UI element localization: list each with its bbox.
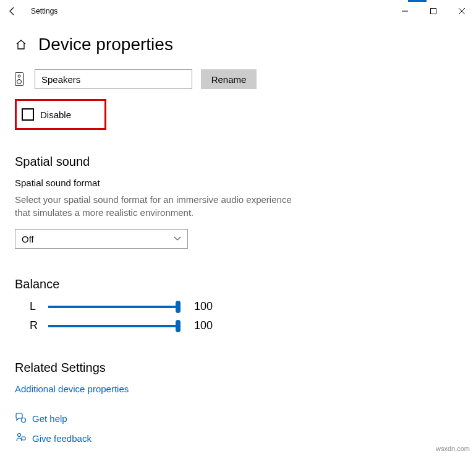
window-accent-indicator — [408, 0, 427, 2]
give-feedback-link[interactable]: Give feedback — [32, 433, 91, 444]
svg-rect-9 — [22, 437, 25, 440]
device-name-row: Rename — [15, 69, 461, 89]
spatial-sound-subheading: Spatial sound format — [15, 178, 461, 188]
maximize-button[interactable] — [419, 0, 448, 22]
get-help-link[interactable]: Get help — [32, 413, 67, 424]
back-button[interactable] — [0, 0, 25, 22]
balance-right-value: 100 — [194, 319, 213, 332]
window-title: Settings — [31, 7, 57, 15]
disable-checkbox-highlight: Disable — [15, 99, 106, 130]
balance-right-row: R 100 — [15, 319, 461, 332]
balance-left-slider[interactable] — [48, 306, 178, 308]
disable-checkbox[interactable] — [22, 108, 34, 121]
maximize-icon — [430, 8, 436, 14]
content-area: Rename Disable Spatial sound Spatial sou… — [0, 69, 476, 394]
spatial-sound-dropdown[interactable]: Off — [15, 229, 188, 249]
rename-button[interactable]: Rename — [201, 69, 257, 89]
feedback-icon — [15, 432, 26, 444]
speaker-icon — [15, 72, 26, 86]
balance-left-label: L — [30, 300, 37, 313]
related-settings-heading: Related Settings — [15, 361, 461, 375]
home-icon — [15, 38, 27, 51]
home-button[interactable] — [15, 38, 27, 51]
arrow-left-icon — [7, 6, 17, 16]
page-header: Device properties — [0, 22, 476, 69]
svg-rect-1 — [431, 9, 436, 14]
related-settings-section: Related Settings Additional device prope… — [15, 361, 461, 394]
balance-right-slider[interactable] — [48, 325, 178, 327]
slider-thumb[interactable] — [176, 320, 181, 332]
disable-label: Disable — [40, 110, 71, 120]
chevron-down-icon — [174, 236, 181, 241]
help-icon — [15, 413, 26, 424]
svg-point-8 — [18, 434, 21, 437]
footer-links: Get help Give feedback — [15, 404, 91, 444]
minimize-button[interactable] — [391, 0, 419, 22]
balance-heading: Balance — [15, 277, 461, 291]
additional-device-properties-link[interactable]: Additional device properties — [15, 384, 461, 394]
svg-point-5 — [18, 75, 20, 77]
balance-left-value: 100 — [194, 300, 213, 313]
slider-thumb[interactable] — [176, 301, 181, 313]
svg-point-7 — [22, 418, 26, 423]
page-title: Device properties — [38, 35, 173, 54]
titlebar: Settings — [0, 0, 476, 22]
balance-left-row: L 100 — [15, 300, 461, 313]
give-feedback-row[interactable]: Give feedback — [15, 432, 91, 444]
watermark: wsxdn.com — [436, 445, 470, 452]
device-name-input[interactable] — [35, 69, 192, 89]
get-help-row[interactable]: Get help — [15, 413, 91, 424]
close-icon — [459, 8, 465, 14]
minimize-icon — [402, 8, 408, 14]
svg-point-6 — [17, 80, 22, 84]
close-button[interactable] — [448, 0, 476, 22]
spatial-sound-heading: Spatial sound — [15, 155, 461, 169]
spatial-sound-description: Select your spatial sound format for an … — [15, 193, 299, 219]
window-controls — [391, 0, 476, 22]
balance-right-label: R — [30, 319, 37, 332]
dropdown-selected: Off — [22, 234, 34, 244]
